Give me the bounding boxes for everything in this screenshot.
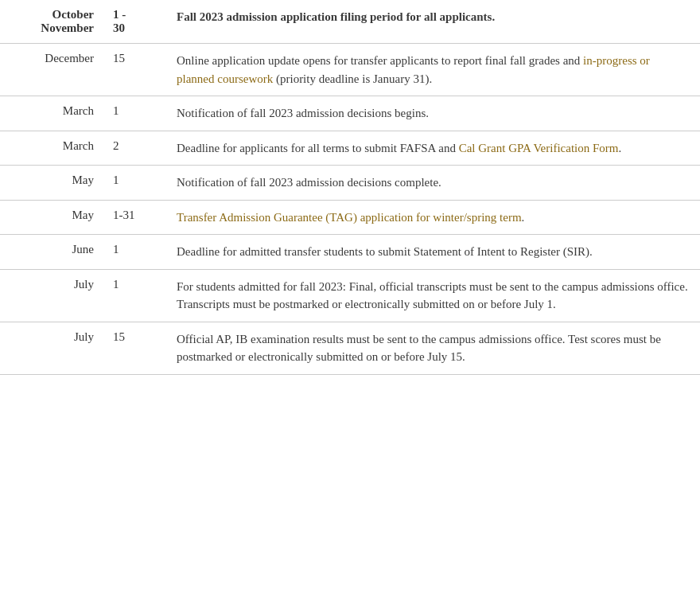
date-label: 1 bbox=[113, 104, 119, 117]
date-label: 1 bbox=[113, 174, 119, 186]
desc-cell: Official AP, IB examination results must… bbox=[167, 322, 700, 374]
table-row: March 1 Notification of fall 2023 admiss… bbox=[0, 96, 700, 131]
date-label: 30 bbox=[113, 21, 158, 35]
table-row: March 2 Deadline for applicants for all … bbox=[0, 131, 700, 166]
desc-cell: Fall 2023 admission application filing p… bbox=[167, 0, 700, 44]
month-cell: March bbox=[0, 96, 103, 131]
desc-cell: Notification of fall 2023 admission deci… bbox=[167, 166, 700, 201]
month-cell: May bbox=[0, 200, 103, 235]
desc-bold: Fall 2023 admission application filing p… bbox=[177, 10, 495, 23]
month-label: July bbox=[74, 278, 94, 291]
month-label: October bbox=[10, 8, 94, 21]
desc-cell: Online application update opens for tran… bbox=[167, 44, 700, 96]
month-label: May bbox=[72, 174, 95, 186]
desc-link[interactable]: Cal Grant GPA Verification Form bbox=[459, 142, 619, 154]
date-label: 15 bbox=[113, 52, 125, 64]
admissions-table: OctoberNovember 1 -30 Fall 2023 admissio… bbox=[0, 0, 700, 375]
month-cell: OctoberNovember bbox=[0, 0, 103, 44]
month-label: June bbox=[72, 243, 95, 256]
month-cell: March bbox=[0, 131, 103, 166]
date-label: 1 - bbox=[113, 8, 158, 21]
date-cell: 1-31 bbox=[103, 200, 167, 235]
month-label: March bbox=[63, 139, 94, 152]
desc-cell: Transfer Admission Guarantee (TAG) appli… bbox=[167, 200, 700, 235]
desc-cell: Notification of fall 2023 admission deci… bbox=[167, 96, 700, 131]
desc-link[interactable]: Transfer Admission Guarantee (TAG) appli… bbox=[177, 211, 522, 224]
month-cell: May bbox=[0, 166, 103, 201]
month-cell: July bbox=[0, 322, 103, 374]
month-label: July bbox=[74, 330, 94, 343]
date-cell: 1 bbox=[103, 235, 167, 270]
date-label: 2 bbox=[113, 139, 119, 152]
date-cell: 2 bbox=[103, 131, 167, 166]
date-cell: 1 -30 bbox=[103, 0, 167, 44]
desc-link[interactable]: in-progress or planned coursework bbox=[177, 54, 650, 85]
date-label: 1 bbox=[113, 278, 119, 291]
month-label: May bbox=[72, 209, 95, 221]
month-cell: December bbox=[0, 44, 103, 96]
month-label: December bbox=[45, 52, 94, 64]
table-row: June 1 Deadline for admitted transfer st… bbox=[0, 235, 700, 270]
month-label: November bbox=[10, 21, 94, 35]
date-label: 1-31 bbox=[113, 209, 135, 221]
date-cell: 1 bbox=[103, 269, 167, 322]
desc-cell: Deadline for admitted transfer students … bbox=[167, 235, 700, 270]
date-cell: 15 bbox=[103, 44, 167, 96]
desc-cell: Deadline for applicants for all terms to… bbox=[167, 131, 700, 166]
table-row: July 1 For students admitted for fall 20… bbox=[0, 269, 700, 322]
table-row: July 15 Official AP, IB examination resu… bbox=[0, 322, 700, 374]
date-label: 15 bbox=[113, 330, 125, 343]
month-label: March bbox=[63, 104, 94, 117]
month-cell: June bbox=[0, 235, 103, 270]
table-row: December 15 Online application update op… bbox=[0, 44, 700, 96]
date-cell: 1 bbox=[103, 166, 167, 201]
month-cell: July bbox=[0, 269, 103, 322]
table-row: OctoberNovember 1 -30 Fall 2023 admissio… bbox=[0, 0, 700, 44]
table-row: May 1 Notification of fall 2023 admissio… bbox=[0, 166, 700, 201]
desc-cell: For students admitted for fall 2023: Fin… bbox=[167, 269, 700, 322]
table-row: May 1-31 Transfer Admission Guarantee (T… bbox=[0, 200, 700, 235]
date-cell: 15 bbox=[103, 322, 167, 374]
date-label: 1 bbox=[113, 243, 119, 256]
date-cell: 1 bbox=[103, 96, 167, 131]
